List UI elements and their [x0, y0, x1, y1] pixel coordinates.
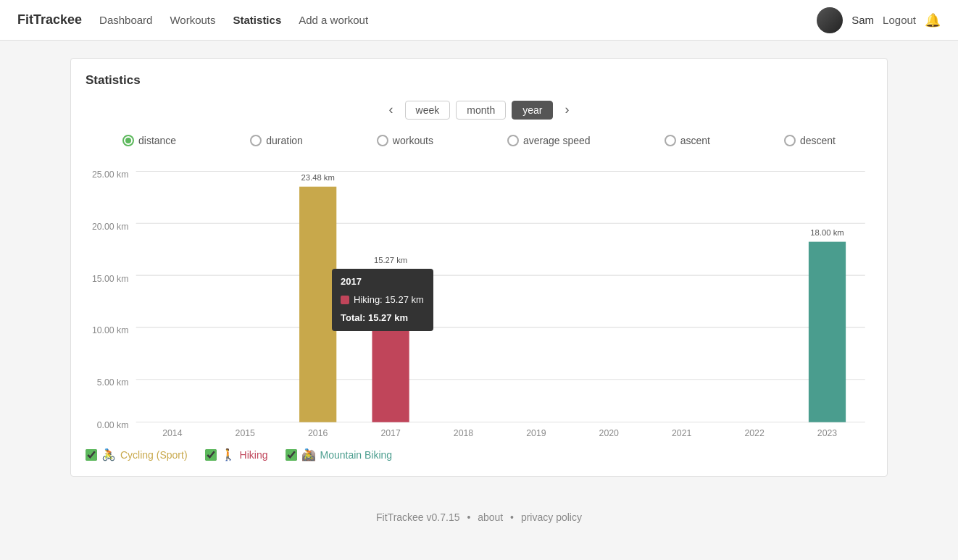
metric-ascent[interactable]: ascent [665, 135, 710, 146]
metric-descent-label: descent [800, 135, 836, 146]
statistics-card: Statistics ‹ week month year › distance … [70, 58, 888, 477]
y-label-20: 20.00 km [92, 222, 129, 232]
radio-avg-speed [507, 135, 519, 146]
legend-mtb[interactable]: 🚵 Mountain Biking [286, 448, 393, 461]
bar-2017[interactable] [372, 269, 409, 422]
metric-ascent-label: ascent [680, 135, 710, 146]
main-content: Statistics ‹ week month year › distance … [59, 58, 899, 477]
notification-icon[interactable]: 🔔 [925, 12, 941, 28]
chart-legend: 🚴 Cycling (Sport) 🚶 Hiking 🚵 Mountain Bi… [86, 448, 872, 461]
legend-cycling[interactable]: 🚴 Cycling (Sport) [86, 448, 188, 461]
footer-dot-2: • [510, 511, 514, 523]
metric-distance[interactable]: distance [122, 135, 176, 146]
x-label-2016: 2016 [308, 428, 328, 438]
metric-workouts[interactable]: workouts [377, 135, 433, 146]
stats-title: Statistics [86, 73, 872, 88]
chart-area: 25.00 km 20.00 km 15.00 km 10.00 km 5.00… [86, 164, 872, 439]
x-label-2023: 2023 [817, 428, 837, 438]
next-period-button[interactable]: › [559, 99, 575, 120]
avatar[interactable] [817, 7, 843, 33]
legend-hiking[interactable]: 🚶 Hiking [205, 448, 268, 461]
legend-mtb-label: Mountain Biking [320, 449, 393, 461]
nav-workouts[interactable]: Workouts [170, 14, 215, 26]
period-month-button[interactable]: month [456, 101, 506, 120]
radio-distance [122, 135, 134, 146]
y-label-25: 25.00 km [92, 170, 129, 180]
legend-hiking-label: Hiking [240, 449, 268, 461]
bar-label-2016: 23.48 km [301, 173, 335, 182]
footer-privacy[interactable]: privacy policy [521, 511, 582, 523]
metric-descent[interactable]: descent [784, 135, 836, 146]
x-label-2017: 2017 [380, 428, 400, 438]
metric-row: distance duration workouts average speed… [86, 135, 872, 146]
username: Sam [851, 14, 874, 26]
metric-average-speed[interactable]: average speed [507, 135, 591, 146]
period-week-button[interactable]: week [405, 101, 451, 120]
nav-add-workout[interactable]: Add a workout [299, 14, 368, 26]
footer-about[interactable]: about [478, 511, 503, 523]
metric-avg-speed-label: average speed [523, 135, 591, 146]
bar-2023[interactable] [809, 242, 846, 422]
brand-logo[interactable]: FitTrackee [17, 12, 82, 28]
footer-dot-1: • [467, 511, 470, 523]
hiking-icon: 🚶 [221, 448, 236, 461]
period-controls: ‹ week month year › [86, 99, 872, 120]
chart-svg: 25.00 km 20.00 km 15.00 km 10.00 km 5.00… [86, 164, 872, 439]
x-label-2020: 2020 [599, 428, 619, 438]
legend-mtb-checkbox[interactable] [286, 449, 297, 461]
prev-period-button[interactable]: ‹ [383, 99, 399, 120]
nav-right: Sam Logout 🔔 [817, 7, 941, 33]
bar-2016[interactable] [299, 187, 336, 422]
bar-label-2017: 15.27 km [374, 256, 407, 264]
radio-workouts [377, 135, 388, 146]
metric-duration[interactable]: duration [250, 135, 303, 146]
logout-link[interactable]: Logout [883, 14, 916, 26]
footer: FitTrackee v0.7.15 • about • privacy pol… [0, 494, 958, 540]
radio-duration [250, 135, 262, 146]
cycling-icon: 🚴 [101, 448, 116, 461]
x-label-2015: 2015 [236, 428, 255, 438]
legend-hiking-checkbox[interactable] [205, 449, 217, 461]
y-label-5: 5.00 km [97, 377, 129, 388]
nav-statistics[interactable]: Statistics [233, 14, 282, 26]
x-label-2018: 2018 [454, 428, 473, 438]
x-label-2014: 2014 [162, 428, 182, 438]
metric-duration-label: duration [266, 135, 303, 146]
legend-cycling-label: Cycling (Sport) [120, 449, 188, 461]
footer-app: FitTrackee [376, 511, 424, 523]
footer-version: v0.7.15 [427, 511, 460, 523]
y-label-0: 0.00 km [97, 420, 129, 430]
legend-cycling-checkbox[interactable] [86, 449, 97, 461]
y-label-10: 10.00 km [92, 325, 129, 335]
metric-workouts-label: workouts [393, 135, 433, 146]
x-label-2022: 2022 [744, 428, 764, 438]
radio-descent [784, 135, 796, 146]
metric-distance-label: distance [138, 135, 176, 146]
x-label-2021: 2021 [672, 428, 691, 438]
x-label-2019: 2019 [526, 428, 546, 438]
y-label-15: 15.00 km [92, 273, 129, 283]
nav-dashboard[interactable]: Dashboard [99, 14, 152, 26]
period-year-button[interactable]: year [512, 101, 553, 120]
navbar: FitTrackee Dashboard Workouts Statistics… [0, 0, 958, 41]
mtb-icon: 🚵 [301, 448, 316, 461]
bar-label-2023: 18.00 km [810, 228, 844, 237]
radio-ascent [665, 135, 676, 146]
